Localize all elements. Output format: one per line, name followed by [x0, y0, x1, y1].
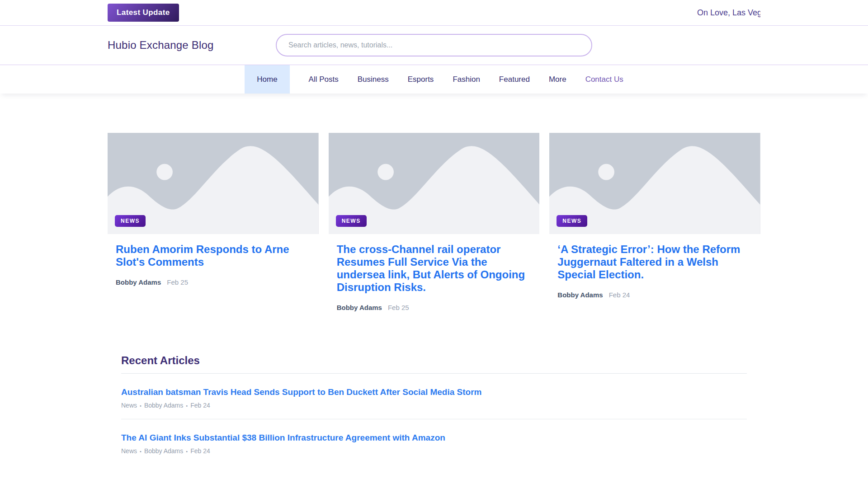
- featured-posts-grid: NEWS Ruben Amorim Responds to Arne Slot'…: [108, 133, 760, 311]
- category-badge[interactable]: NEWS: [557, 215, 587, 227]
- post-meta: Bobby Adams Feb 25: [116, 278, 310, 286]
- post-author[interactable]: Bobby Adams: [116, 278, 161, 286]
- nav-item[interactable]: Business: [358, 65, 389, 94]
- recent-articles-heading: Recent Articles: [121, 354, 747, 374]
- post-title[interactable]: Ruben Amorim Responds to Arne Slot's Com…: [116, 243, 310, 268]
- post-image[interactable]: NEWS: [108, 133, 319, 234]
- ticker-text: On Love, Las Vegas: [697, 8, 760, 18]
- post-meta: Bobby Adams Feb 25: [337, 304, 531, 311]
- meta-separator: •: [186, 449, 188, 454]
- recent-article-date: Feb 24: [190, 447, 210, 455]
- news-ticker[interactable]: On Love, Las Vegas: [566, 8, 760, 18]
- post-card: NEWS The cross-Channel rail operator Res…: [329, 133, 540, 311]
- post-image[interactable]: NEWS: [549, 133, 760, 234]
- recent-article-item: The AI Giant Inks Substantial $38 Billio…: [121, 419, 747, 465]
- recent-article-meta: News•Bobby Adams•Feb 24: [121, 402, 747, 409]
- post-image[interactable]: NEWS: [329, 133, 540, 234]
- nav-item[interactable]: Contact Us: [585, 65, 623, 94]
- recent-articles-list: Australian batsman Travis Head Sends Sup…: [121, 374, 747, 465]
- meta-separator: •: [186, 403, 188, 408]
- category-badge[interactable]: NEWS: [336, 215, 367, 227]
- post-author[interactable]: Bobby Adams: [337, 304, 382, 311]
- post-card: NEWS ‘A Strategic Error’: How the Reform…: [549, 133, 760, 311]
- post-card-body: ‘A Strategic Error’: How the Reform Jugg…: [549, 234, 760, 299]
- nav-item[interactable]: More: [549, 65, 566, 94]
- recent-article-author: Bobby Adams: [144, 402, 183, 409]
- post-date: Feb 25: [167, 278, 188, 286]
- post-meta: Bobby Adams Feb 24: [557, 291, 751, 299]
- site-header: Hubio Exchange Blog: [0, 26, 868, 65]
- topbar: Latest Update On Love, Las Vegas: [0, 0, 868, 26]
- recent-article-category: News: [121, 447, 137, 455]
- nav-item[interactable]: All Posts: [309, 65, 339, 94]
- recent-article-category: News: [121, 402, 137, 409]
- latest-update-badge: Latest Update: [108, 4, 179, 22]
- meta-separator: •: [140, 403, 142, 408]
- meta-separator: •: [140, 449, 142, 454]
- nav-item[interactable]: Fashion: [453, 65, 480, 94]
- search-input[interactable]: [276, 34, 592, 56]
- recent-article-title[interactable]: The AI Giant Inks Substantial $38 Billio…: [121, 433, 747, 443]
- post-card: NEWS Ruben Amorim Responds to Arne Slot'…: [108, 133, 319, 311]
- recent-article-meta: News•Bobby Adams•Feb 24: [121, 447, 747, 455]
- post-card-body: The cross-Channel rail operator Resumes …: [329, 234, 540, 311]
- post-date: Feb 24: [609, 291, 630, 299]
- nav-item[interactable]: Home: [245, 65, 289, 94]
- recent-article-title[interactable]: Australian batsman Travis Head Sends Sup…: [121, 387, 747, 397]
- post-title[interactable]: The cross-Channel rail operator Resumes …: [337, 243, 531, 294]
- recent-article-author: Bobby Adams: [144, 447, 183, 455]
- main-content: NEWS Ruben Amorim Responds to Arne Slot'…: [108, 94, 760, 465]
- post-title[interactable]: ‘A Strategic Error’: How the Reform Jugg…: [557, 243, 751, 281]
- main-nav: Home All Posts Business Esports Fashion …: [0, 65, 868, 94]
- site-title[interactable]: Hubio Exchange Blog: [108, 39, 214, 52]
- post-author[interactable]: Bobby Adams: [557, 291, 603, 299]
- category-badge[interactable]: NEWS: [115, 215, 146, 227]
- nav-item[interactable]: Featured: [499, 65, 530, 94]
- post-card-body: Ruben Amorim Responds to Arne Slot's Com…: [108, 234, 319, 286]
- search-wrap: [276, 34, 592, 56]
- nav-item[interactable]: Esports: [408, 65, 434, 94]
- recent-articles-section: Recent Articles Australian batsman Travi…: [108, 354, 760, 465]
- post-date: Feb 25: [388, 304, 409, 311]
- recent-article-item: Australian batsman Travis Head Sends Sup…: [121, 374, 747, 419]
- recent-article-date: Feb 24: [190, 402, 210, 409]
